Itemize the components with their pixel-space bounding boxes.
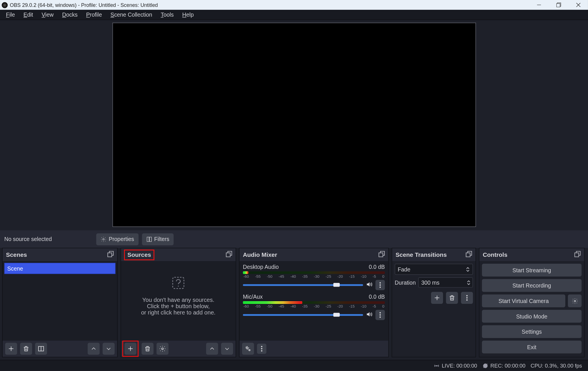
- svg-point-30: [261, 350, 262, 351]
- properties-button[interactable]: Properties: [96, 233, 138, 245]
- disc-slash-icon: [482, 363, 488, 369]
- menu-scene-collection[interactable]: Scene Collection: [106, 10, 156, 20]
- trash-icon: [23, 345, 30, 352]
- audio-meter: [243, 301, 385, 304]
- svg-point-28: [261, 346, 262, 347]
- sources-move-up-button[interactable]: [206, 343, 218, 355]
- plus-icon: [434, 294, 440, 301]
- obs-logo-icon: [2, 2, 8, 8]
- menu-tools[interactable]: Tools: [156, 10, 178, 20]
- menu-edit[interactable]: Edit: [19, 10, 37, 20]
- settings-button[interactable]: Settings: [482, 325, 582, 338]
- duration-label: Duration: [395, 279, 416, 285]
- channel-menu-button[interactable]: [376, 310, 385, 320]
- scenes-remove-button[interactable]: [20, 343, 32, 355]
- updown-icon: [466, 279, 472, 285]
- volume-slider[interactable]: [243, 314, 363, 316]
- sources-empty-message: You don't have any sources. Click the + …: [121, 277, 236, 316]
- sources-properties-button[interactable]: [156, 343, 169, 355]
- svg-point-24: [380, 314, 381, 316]
- window-maximize-button[interactable]: [549, 0, 568, 10]
- start-streaming-button[interactable]: Start Streaming: [482, 264, 582, 277]
- menu-file[interactable]: File: [2, 10, 19, 20]
- svg-point-26: [246, 347, 248, 349]
- scenes-move-up-button[interactable]: [88, 343, 100, 355]
- duration-input[interactable]: 300 ms: [418, 277, 473, 288]
- scene-item[interactable]: Scene: [4, 263, 115, 274]
- chevron-down-icon: [106, 346, 112, 352]
- menu-docks[interactable]: Docks: [58, 10, 82, 20]
- gears-icon: [245, 345, 252, 352]
- menu-help[interactable]: Help: [178, 10, 198, 20]
- preview-canvas[interactable]: [112, 23, 476, 227]
- scenes-filter-button[interactable]: [35, 343, 47, 355]
- svg-point-18: [162, 348, 163, 349]
- svg-point-38: [574, 300, 576, 302]
- meter-ticks: -60-55-50-45-40-35-30-25-20-15-10-50: [243, 274, 385, 279]
- scenes-list[interactable]: Scene: [3, 261, 117, 341]
- svg-point-21: [380, 284, 381, 286]
- scenes-popout-button[interactable]: [107, 251, 114, 259]
- mixer-channel: Desktop Audio 0.0 dB -60-55-50-45-40-35-…: [239, 261, 388, 291]
- gear-icon: [159, 345, 166, 352]
- source-selection-label: No source selected: [3, 236, 52, 242]
- sources-title: Sources: [127, 251, 151, 258]
- mixer-popout-button[interactable]: [378, 251, 385, 259]
- mixer-advanced-settings-button[interactable]: [242, 343, 254, 355]
- status-bar: LIVE: 00:00:00 REC: 00:00:00 CPU: 0.3%, …: [0, 360, 588, 371]
- speaker-icon[interactable]: [365, 281, 373, 290]
- plus-icon: [8, 345, 15, 352]
- svg-rect-19: [379, 253, 383, 257]
- sources-add-button[interactable]: [124, 343, 136, 355]
- svg-point-34: [466, 295, 468, 296]
- window-close-button[interactable]: [568, 0, 588, 10]
- svg-point-39: [436, 365, 437, 366]
- filters-button[interactable]: Filters: [142, 233, 174, 245]
- dots-vertical-icon: [466, 295, 468, 301]
- menu-bar: File Edit View Docks Profile Scene Colle…: [0, 10, 588, 20]
- transitions-popout-button[interactable]: [466, 251, 472, 259]
- dots-vertical-icon: [261, 346, 263, 352]
- svg-rect-2: [556, 3, 560, 7]
- svg-rect-37: [575, 253, 579, 257]
- sources-list[interactable]: You don't have any sources. Click the + …: [121, 261, 236, 341]
- channel-menu-button[interactable]: [376, 280, 385, 290]
- audio-meter: [243, 271, 385, 274]
- broadcast-icon: [434, 363, 440, 369]
- sources-move-down-button[interactable]: [221, 343, 233, 355]
- channel-db: 0.0 dB: [369, 264, 385, 270]
- speaker-icon[interactable]: [365, 310, 373, 319]
- svg-point-5: [103, 238, 104, 240]
- menu-view[interactable]: View: [37, 10, 58, 20]
- transition-select[interactable]: Fade: [395, 264, 473, 275]
- sources-dock: Sources You don't have any sources. Clic…: [121, 248, 236, 357]
- menu-profile[interactable]: Profile: [82, 10, 106, 20]
- window-minimize-button[interactable]: [529, 0, 549, 10]
- svg-rect-14: [173, 277, 184, 288]
- mixer-body: Desktop Audio 0.0 dB -60-55-50-45-40-35-…: [239, 261, 388, 341]
- chevron-up-icon: [209, 346, 215, 352]
- audio-mixer-dock: Audio Mixer Desktop Audio 0.0 dB -60-55-…: [239, 248, 389, 357]
- sources-popout-button[interactable]: [226, 251, 232, 259]
- scenes-add-button[interactable]: [5, 343, 17, 355]
- scenes-title: Scenes: [6, 251, 27, 258]
- controls-popout-button[interactable]: [574, 251, 581, 259]
- transition-add-button[interactable]: [431, 292, 443, 304]
- sources-title-highlight: Sources: [124, 250, 154, 260]
- start-virtual-camera-button[interactable]: Start Virtual Camera: [482, 294, 565, 307]
- transition-menu-button[interactable]: [461, 292, 473, 304]
- start-recording-button[interactable]: Start Recording: [482, 279, 582, 292]
- channel-db: 0.0 dB: [369, 294, 385, 300]
- svg-point-23: [380, 312, 381, 314]
- scenes-move-down-button[interactable]: [102, 343, 115, 355]
- studio-mode-button[interactable]: Studio Mode: [482, 310, 582, 323]
- transition-remove-button[interactable]: [446, 292, 458, 304]
- sources-remove-button[interactable]: [142, 343, 154, 355]
- mixer-menu-button[interactable]: [257, 343, 266, 354]
- virtual-camera-settings-button[interactable]: [568, 294, 582, 307]
- svg-point-25: [380, 316, 381, 318]
- svg-rect-6: [147, 237, 149, 241]
- volume-slider[interactable]: [243, 284, 363, 286]
- exit-button[interactable]: Exit: [482, 341, 582, 353]
- status-live: LIVE: 00:00:00: [434, 363, 477, 369]
